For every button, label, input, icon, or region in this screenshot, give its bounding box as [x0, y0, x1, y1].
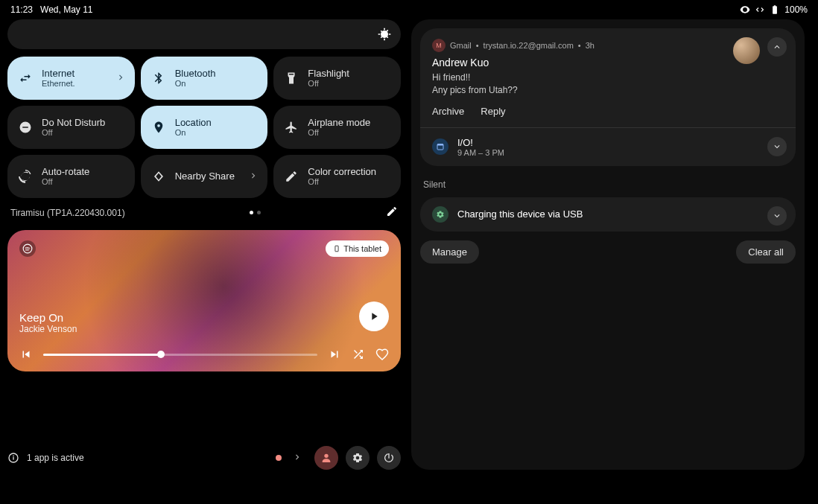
flashlight-icon [284, 71, 299, 86]
status-date: Wed, May 11 [40, 4, 92, 15]
next-button[interactable] [328, 348, 341, 361]
tile-location[interactable]: Location On [141, 106, 268, 149]
svg-rect-7 [437, 144, 443, 146]
eye-icon [740, 4, 750, 15]
location-icon [151, 120, 166, 135]
user-switch-chevron[interactable] [292, 452, 307, 465]
info-icon [7, 452, 19, 464]
favorite-button[interactable] [375, 348, 389, 361]
chevron-down-icon [772, 211, 782, 221]
color-icon [284, 169, 299, 184]
clear-all-button[interactable]: Clear all [736, 240, 796, 264]
svg-point-5 [324, 454, 328, 458]
quick-settings-panel: Internet Ethernet. Bluetooth On Flashlig… [7, 19, 401, 470]
person-icon [320, 452, 332, 464]
manage-button[interactable]: Manage [420, 240, 479, 264]
tile-do-not-disturb[interactable]: Do Not Disturb Off [7, 106, 135, 149]
battery-icon [770, 4, 780, 15]
reply-button[interactable]: Reply [481, 106, 505, 117]
airplane-icon [284, 120, 299, 135]
settings-circle-icon [432, 206, 448, 223]
edit-tiles-button[interactable] [386, 205, 398, 220]
nearby-icon [151, 169, 166, 184]
tile-flashlight[interactable]: Flashlight Off [273, 57, 401, 100]
tile-auto-rotate[interactable]: Auto-rotate Off [7, 155, 135, 198]
user-indicator-dot [276, 455, 282, 461]
calendar-icon [432, 138, 448, 155]
play-button[interactable] [359, 302, 389, 331]
previous-button[interactable] [19, 348, 33, 361]
code-icon [755, 4, 765, 15]
song-title: Keep On [19, 311, 389, 324]
system-notification[interactable]: Charging this device via USB [420, 197, 796, 232]
brightness-slider[interactable] [7, 19, 401, 49]
status-time: 11:23 [10, 4, 33, 15]
notifications-panel: M Gmail • trystan.io.22@gmail.com • 3h A… [411, 19, 805, 470]
tile-airplane-mode[interactable]: Airplane mode Off [273, 106, 401, 149]
tile-bluetooth[interactable]: Bluetooth On [141, 57, 268, 100]
expand-button[interactable] [767, 137, 787, 156]
sender-avatar [733, 37, 760, 64]
chevron-up-icon [772, 42, 782, 52]
svg-rect-3 [13, 457, 13, 460]
dnd-icon [18, 120, 33, 135]
tile-color-correction[interactable]: Color correction Off [273, 155, 401, 198]
spotify-icon [19, 240, 36, 257]
collapse-button[interactable] [767, 37, 787, 57]
media-player[interactable]: This tablet Keep On Jackie Venson [7, 230, 401, 371]
build-version: Tiramisu (TP1A.220430.001) [10, 208, 125, 218]
svg-rect-4 [13, 456, 13, 456]
play-icon [368, 310, 380, 322]
notification-sender: Andrew Kuo [432, 57, 784, 68]
user-avatar-button[interactable] [314, 446, 338, 470]
active-apps-button[interactable]: 1 app is active [7, 452, 84, 464]
gmail-notification[interactable]: M Gmail • trystan.io.22@gmail.com • 3h A… [420, 28, 796, 166]
power-button[interactable] [377, 446, 401, 470]
settings-button[interactable] [346, 446, 370, 470]
svg-rect-1 [335, 246, 338, 252]
gear-icon [352, 452, 364, 464]
power-icon [383, 452, 395, 464]
silent-section-label: Silent [423, 179, 793, 190]
bluetooth-icon [151, 71, 166, 86]
media-output-chip[interactable]: This tablet [326, 240, 389, 257]
expand-button[interactable] [767, 206, 787, 226]
status-icons: 100% [740, 4, 808, 15]
brightness-icon [377, 27, 392, 42]
tile-nearby-share[interactable]: Nearby Share [141, 155, 268, 198]
media-progress[interactable] [43, 354, 317, 356]
chevron-right-icon [115, 72, 126, 85]
gmail-icon: M [432, 39, 446, 52]
song-artist: Jackie Venson [19, 324, 389, 334]
swap-icon [18, 71, 33, 86]
rotate-icon [18, 169, 33, 184]
status-bar: 11:23 Wed, May 11 100% [0, 0, 818, 19]
archive-button[interactable]: Archive [432, 106, 464, 117]
chevron-right-icon [248, 170, 259, 183]
pencil-icon [386, 205, 398, 217]
tile-internet[interactable]: Internet Ethernet. [7, 57, 135, 100]
shuffle-button[interactable] [352, 348, 365, 361]
tablet-icon [333, 243, 340, 254]
calendar-notification[interactable]: I/O! 9 AM – 3 PM [420, 128, 796, 166]
chevron-down-icon [772, 141, 782, 152]
page-indicator [250, 211, 261, 214]
battery-percent: 100% [784, 4, 808, 15]
